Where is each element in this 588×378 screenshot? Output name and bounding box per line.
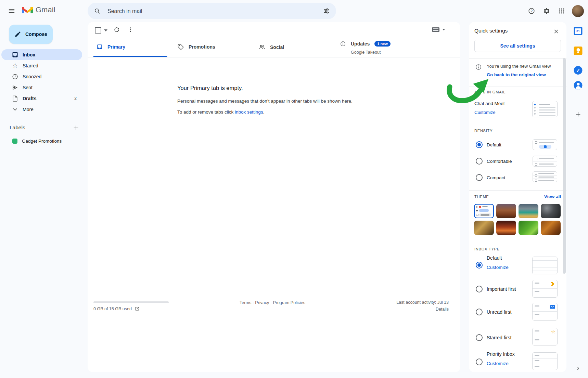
theme-thumbnail-chess[interactable] bbox=[474, 221, 494, 235]
inbox-type-important-first-label: Important first bbox=[487, 286, 516, 292]
tab-primary[interactable]: Primary bbox=[90, 36, 171, 57]
google-calendar-button[interactable]: 31 bbox=[574, 27, 583, 35]
tune-icon bbox=[323, 8, 330, 14]
tab-social[interactable]: Social bbox=[252, 36, 333, 57]
active-tab-underline bbox=[93, 56, 167, 57]
theme-view-all-link[interactable]: View all bbox=[544, 194, 561, 199]
tag-icon bbox=[178, 44, 184, 50]
gmail-logo[interactable]: Gmail bbox=[22, 5, 55, 14]
inbox-type-priority-inbox-radio[interactable] bbox=[476, 359, 483, 365]
density-comfortable-radio[interactable] bbox=[476, 158, 483, 165]
inbox-settings-link[interactable]: inbox settings bbox=[235, 109, 263, 115]
main-menu-button[interactable] bbox=[5, 4, 18, 18]
inbox-type-default-label: Default bbox=[487, 255, 502, 261]
theme-thumbnail-green-leaf[interactable] bbox=[519, 221, 538, 235]
details-link[interactable]: Details bbox=[436, 307, 449, 312]
storage-progress-bar bbox=[93, 301, 169, 303]
inbox-type-starred-first-thumbnail: ☆ bbox=[532, 328, 558, 346]
refresh-icon bbox=[113, 26, 120, 33]
inbox-icon bbox=[12, 51, 18, 58]
terms-link[interactable]: Terms bbox=[240, 300, 251, 305]
google-contacts-button[interactable] bbox=[574, 81, 583, 90]
inbox-tabs: Primary Promotions Social Updates 1 new … bbox=[88, 36, 460, 57]
drafts-count: 2 bbox=[74, 96, 77, 101]
select-all-checkbox[interactable] bbox=[95, 27, 101, 34]
inbox-type-priority-customize-link[interactable]: Customize bbox=[487, 361, 509, 366]
privacy-link[interactable]: Privacy bbox=[255, 300, 269, 305]
search-input[interactable] bbox=[107, 3, 314, 20]
settings-button[interactable] bbox=[540, 4, 553, 18]
google-keep-button[interactable] bbox=[574, 47, 583, 55]
inbox-type-default-customize-link[interactable]: Customize bbox=[487, 265, 509, 270]
google-apps-button[interactable] bbox=[555, 4, 568, 18]
program-policies-link[interactable]: Program Policies bbox=[273, 300, 305, 305]
inbox-type-default-thumbnail bbox=[532, 257, 558, 274]
theme-thumbnail-autumn-leaves[interactable] bbox=[541, 221, 561, 235]
refresh-button[interactable] bbox=[110, 23, 124, 37]
quick-settings-title: Quick settings bbox=[474, 28, 508, 34]
left-sidebar: Compose Inbox ☆ Starred Snoozed Sent Dra… bbox=[0, 22, 88, 378]
open-in-new-icon[interactable] bbox=[135, 306, 140, 311]
mail-toolbar bbox=[88, 22, 460, 38]
show-side-panel-button[interactable] bbox=[571, 362, 585, 375]
sidebar-item-starred[interactable]: ☆ Starred bbox=[1, 60, 82, 71]
compose-button[interactable]: Compose bbox=[9, 25, 53, 44]
sidebar-item-sent[interactable]: Sent bbox=[1, 82, 82, 93]
theme-thumbnail-dark-spheres[interactable] bbox=[541, 204, 561, 218]
divider bbox=[469, 124, 566, 124]
search-button[interactable] bbox=[90, 4, 104, 18]
top-bar: Gmail ? bbox=[0, 0, 588, 22]
density-comfortable-label: Comfortable bbox=[487, 159, 512, 164]
go-back-original-view-link[interactable]: Go back to the original view bbox=[487, 72, 546, 77]
star-outline-icon: ☆ bbox=[551, 329, 555, 335]
sidebar-item-drafts[interactable]: Drafts 2 bbox=[1, 93, 82, 104]
inbox-type-unread-first-radio[interactable] bbox=[476, 309, 483, 315]
panel-scrollbar[interactable] bbox=[563, 58, 566, 274]
new-count-badge: 1 new bbox=[374, 41, 391, 47]
search-bar[interactable] bbox=[88, 3, 336, 19]
pencil-icon bbox=[14, 31, 21, 38]
get-add-ons-button[interactable] bbox=[571, 107, 585, 121]
density-default-label: Default bbox=[487, 142, 501, 147]
input-tools-caret bbox=[442, 29, 445, 30]
sidebar-item-inbox[interactable]: Inbox bbox=[1, 49, 82, 60]
theme-heading: THEME bbox=[474, 195, 489, 199]
input-tools-button[interactable] bbox=[432, 27, 445, 32]
empty-state-title: Your Primary tab is empty. bbox=[177, 85, 243, 91]
inbox-type-starred-first-radio[interactable] bbox=[476, 334, 483, 341]
create-label-button[interactable] bbox=[70, 122, 82, 134]
tab-updates[interactable]: Updates 1 new Google Takeout bbox=[333, 36, 414, 57]
policy-links: Terms · Privacy · Program Policies bbox=[204, 300, 341, 305]
account-avatar[interactable] bbox=[572, 5, 584, 17]
apps-grid-icon bbox=[558, 8, 565, 14]
theme-thumbnail-sunset-canyon[interactable] bbox=[496, 221, 516, 235]
see-all-settings-button[interactable]: See all settings bbox=[474, 40, 561, 52]
label-color-swatch bbox=[12, 139, 17, 144]
density-compact-thumbnail bbox=[533, 171, 557, 182]
inbox-type-default-radio[interactable] bbox=[476, 262, 483, 269]
tab-preview-text: Google Takeout bbox=[351, 50, 381, 55]
density-compact-radio[interactable] bbox=[476, 174, 483, 181]
compose-label: Compose bbox=[25, 31, 47, 37]
mail-list-card: Primary Promotions Social Updates 1 new … bbox=[88, 22, 460, 372]
sidebar-item-snoozed[interactable]: Snoozed bbox=[1, 71, 82, 82]
primary-tab-icon bbox=[97, 44, 103, 50]
google-tasks-button[interactable]: ✓ bbox=[574, 66, 583, 75]
people-icon bbox=[259, 44, 265, 50]
density-default-radio[interactable] bbox=[476, 141, 483, 148]
help-button[interactable]: ? bbox=[525, 4, 538, 18]
select-dropdown-caret[interactable] bbox=[104, 29, 107, 31]
theme-thumbnail-beach[interactable] bbox=[519, 204, 538, 218]
sidebar-item-more[interactable]: More bbox=[1, 104, 82, 115]
inbox-type-important-first-radio[interactable] bbox=[476, 286, 483, 292]
divider bbox=[469, 243, 566, 243]
gmail-wordmark: Gmail bbox=[36, 5, 55, 14]
chat-meet-customize-link[interactable]: Customize bbox=[474, 110, 495, 115]
theme-thumbnail-default-gmail[interactable] bbox=[474, 204, 494, 218]
more-options-button[interactable] bbox=[124, 23, 137, 37]
tab-promotions[interactable]: Promotions bbox=[171, 36, 252, 57]
theme-thumbnail-canyon-river[interactable] bbox=[496, 204, 516, 218]
label-item-gadget-promotions[interactable]: Gadget Promotions bbox=[0, 135, 82, 146]
close-quick-settings-button[interactable] bbox=[549, 25, 563, 38]
search-options-button[interactable] bbox=[320, 4, 333, 18]
